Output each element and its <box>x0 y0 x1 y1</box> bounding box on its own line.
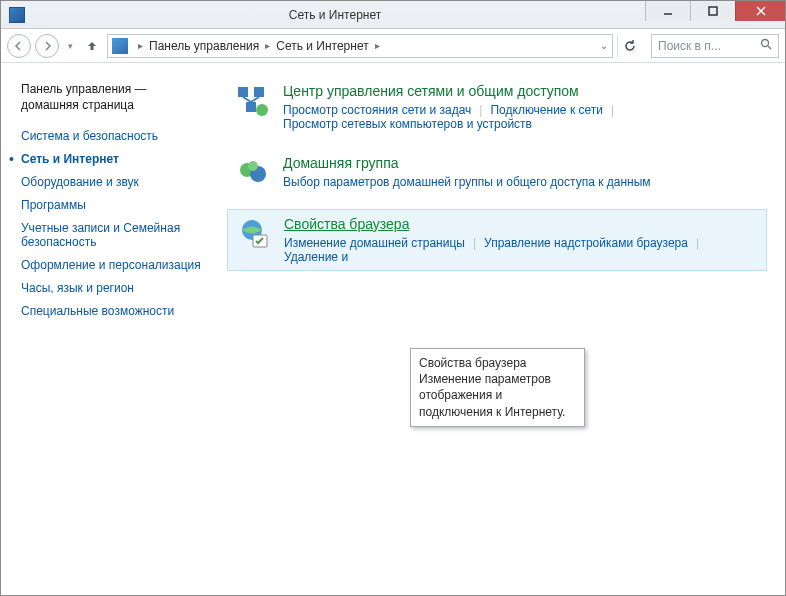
browser-properties-title[interactable]: Свойства браузера <box>284 216 707 232</box>
breadcrumb-current[interactable]: Сеть и Интернет <box>276 39 368 53</box>
chevron-right-icon: ▸ <box>371 40 384 51</box>
svg-rect-8 <box>246 102 256 112</box>
search-input[interactable]: Поиск в п... <box>651 34 779 58</box>
forward-button[interactable] <box>35 34 59 58</box>
breadcrumb-root[interactable]: Панель управления <box>149 39 259 53</box>
main-panel: Центр управления сетями и общим доступом… <box>217 63 785 595</box>
refresh-button[interactable] <box>617 34 641 58</box>
sidebar: Панель управления — домашняя страница Си… <box>1 63 217 595</box>
svg-rect-6 <box>238 87 248 97</box>
content-area: Панель управления — домашняя страница Си… <box>1 63 785 595</box>
section-homegroup: Домашняя группа Выбор параметров домашне… <box>227 149 767 197</box>
search-icon <box>760 38 772 53</box>
sidebar-item-system[interactable]: Система и безопасность <box>21 129 207 143</box>
back-button[interactable] <box>7 34 31 58</box>
sidebar-item-programs[interactable]: Программы <box>21 198 207 212</box>
link-change-homepage[interactable]: Изменение домашней страницы <box>284 236 465 250</box>
sidebar-item-accessibility[interactable]: Специальные возможности <box>21 304 207 318</box>
network-sharing-title[interactable]: Центр управления сетями и общим доступом <box>283 83 622 99</box>
homegroup-title[interactable]: Домашняя группа <box>283 155 651 171</box>
svg-line-10 <box>251 97 259 102</box>
link-view-status[interactable]: Просмотр состояния сети и задач <box>283 103 471 117</box>
link-view-devices[interactable]: Просмотр сетевых компьютеров и устройств <box>283 117 532 131</box>
tooltip: Свойства браузера Изменение параметров о… <box>410 348 585 427</box>
toolbar: ▾ ▸ Панель управления ▸ Сеть и Интернет … <box>1 29 785 63</box>
maximize-button[interactable] <box>690 1 735 21</box>
chevron-right-icon: ▸ <box>261 40 274 51</box>
minimize-button[interactable] <box>645 1 690 21</box>
titlebar: Сеть и Интернет <box>1 1 785 29</box>
link-delete-history[interactable]: Удаление и <box>284 250 348 264</box>
svg-rect-1 <box>709 7 717 15</box>
category-list: Система и безопасность Сеть и Интернет О… <box>21 129 207 318</box>
chevron-down-icon[interactable]: ⌄ <box>600 40 608 51</box>
app-icon <box>9 7 25 23</box>
section-network-sharing: Центр управления сетями и общим доступом… <box>227 77 767 137</box>
sidebar-item-hardware[interactable]: Оборудование и звук <box>21 175 207 189</box>
link-homegroup-settings[interactable]: Выбор параметров домашней группы и общег… <box>283 175 651 189</box>
svg-line-5 <box>768 46 771 49</box>
svg-point-11 <box>256 104 268 116</box>
svg-point-4 <box>762 40 769 47</box>
tooltip-title: Свойства браузера <box>419 355 576 371</box>
network-sharing-icon <box>235 83 271 119</box>
sidebar-item-network[interactable]: Сеть и Интернет <box>21 152 207 166</box>
window-controls <box>645 1 785 28</box>
up-button[interactable] <box>81 35 103 57</box>
breadcrumb[interactable]: ▸ Панель управления ▸ Сеть и Интернет ▸ … <box>107 34 613 58</box>
control-panel-home[interactable]: Панель управления — домашняя страница <box>21 81 207 113</box>
homegroup-icon <box>235 155 271 191</box>
chevron-right-icon: ▸ <box>134 40 147 51</box>
link-connect-network[interactable]: Подключение к сети <box>490 103 602 117</box>
tooltip-body: Изменение параметров отображения и подкл… <box>419 371 576 420</box>
section-browser-properties: Свойства браузера Изменение домашней стр… <box>227 209 767 271</box>
svg-line-9 <box>243 97 251 102</box>
browser-properties-icon <box>236 216 272 252</box>
sidebar-item-clock[interactable]: Часы, язык и регион <box>21 281 207 295</box>
svg-rect-7 <box>254 87 264 97</box>
history-dropdown[interactable]: ▾ <box>63 34 77 58</box>
svg-point-14 <box>248 161 258 171</box>
sidebar-item-accounts[interactable]: Учетные записи и Семейная безопасность <box>21 221 207 249</box>
search-placeholder: Поиск в п... <box>658 39 721 53</box>
close-button[interactable] <box>735 1 785 21</box>
window-title: Сеть и Интернет <box>25 8 645 22</box>
control-panel-window: Сеть и Интернет ▾ ▸ Панель управления ▸ … <box>0 0 786 596</box>
sidebar-item-appearance[interactable]: Оформление и персонализация <box>21 258 207 272</box>
link-manage-addons[interactable]: Управление надстройками браузера <box>484 236 688 250</box>
control-panel-icon <box>112 38 128 54</box>
